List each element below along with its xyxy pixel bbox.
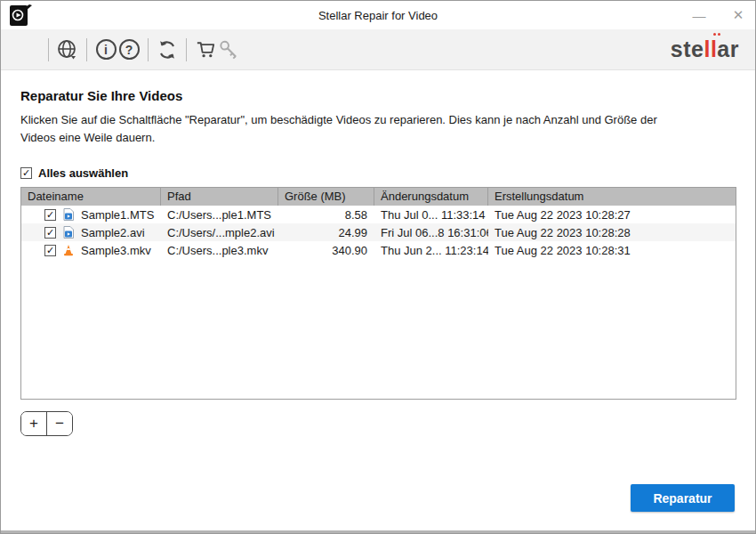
- page-description: Klicken Sie auf die Schaltfläche "Repara…: [20, 111, 680, 147]
- cart-icon[interactable]: [194, 38, 217, 61]
- row-checkbox[interactable]: [44, 227, 56, 239]
- file-name: Sample1.MTS: [81, 208, 154, 222]
- file-created-date: Tue Aug 22 2023 10:28:27: [488, 208, 736, 222]
- help-icon[interactable]: ?: [117, 38, 141, 61]
- video-file-icon: [62, 208, 75, 221]
- refresh-icon[interactable]: [156, 38, 179, 61]
- vlc-file-icon: [62, 244, 75, 256]
- table-empty-area: [21, 259, 736, 399]
- main-content: Reparatur Sie Ihre Videos Klicken Sie au…: [1, 70, 755, 436]
- file-size: 8.58: [278, 208, 374, 222]
- file-created-date: Tue Aug 22 2023 10:28:28: [488, 226, 736, 239]
- file-name: Sample3.mkv: [81, 244, 151, 257]
- toolbar-divider: [148, 38, 149, 61]
- info-icon[interactable]: i: [94, 38, 117, 61]
- table-header: Dateiname Pfad Größe (MB) Änderungsdatum…: [21, 188, 736, 206]
- page-title: Reparatur Sie Ihre Videos: [20, 88, 736, 103]
- table-row[interactable]: Sample2.avi C:/Users/...mple2.avi 24.99 …: [21, 223, 736, 241]
- column-header-created[interactable]: Erstellungsdatum: [488, 188, 736, 206]
- toolbar-divider: [48, 38, 49, 61]
- column-header-size[interactable]: Größe (MB): [278, 188, 374, 206]
- file-path: C:/Users/...mple2.avi: [161, 226, 278, 239]
- column-header-filename[interactable]: Dateiname: [21, 188, 161, 206]
- file-name: Sample2.avi: [81, 226, 145, 239]
- key-icon[interactable]: [217, 38, 240, 61]
- select-all-label: Alles auswählen: [38, 166, 128, 180]
- toolbar-divider: [186, 38, 187, 61]
- file-path: C:/Users...ple3.mkv: [161, 244, 278, 257]
- row-checkbox[interactable]: [44, 245, 56, 256]
- select-all-control[interactable]: Alles auswählen: [20, 166, 736, 180]
- menu-icon[interactable]: [19, 38, 41, 61]
- close-button[interactable]: ✕: [728, 5, 748, 25]
- window-bottom-edge: [1, 530, 755, 533]
- file-path: C:/Users...ple1.MTS: [161, 208, 278, 222]
- window-title: Stellar Repair for Video: [1, 9, 755, 22]
- repair-button[interactable]: Reparatur: [631, 484, 735, 512]
- add-file-button[interactable]: +: [21, 412, 47, 435]
- video-file-icon: [62, 226, 75, 239]
- file-size: 24.99: [278, 226, 374, 239]
- column-header-modified[interactable]: Änderungsdatum: [374, 188, 488, 206]
- file-size: 340.90: [278, 244, 374, 257]
- globe-icon[interactable]: [56, 38, 79, 61]
- remove-file-button[interactable]: −: [47, 412, 72, 435]
- file-modified-date: Fri Jul 06...8 16:31:06: [374, 226, 488, 239]
- column-header-path[interactable]: Pfad: [161, 188, 278, 206]
- file-modified-date: Thu Jun 2... 11:23:14: [374, 244, 488, 257]
- row-checkbox[interactable]: [44, 209, 56, 221]
- minimize-button[interactable]: —: [689, 5, 709, 25]
- file-modified-date: Thu Jul 0... 11:33:14: [374, 208, 488, 222]
- table-row[interactable]: Sample3.mkv C:/Users...ple3.mkv 340.90 T…: [21, 241, 736, 259]
- app-window: Stellar Repair for Video — ✕ i ?: [0, 0, 756, 534]
- file-created-date: Tue Aug 22 2023 10:28:31: [488, 244, 736, 257]
- select-all-checkbox[interactable]: [20, 167, 32, 179]
- file-table: Dateiname Pfad Größe (MB) Änderungsdatum…: [20, 187, 736, 400]
- table-row[interactable]: Sample1.MTS C:/Users...ple1.MTS 8.58 Thu…: [21, 206, 736, 223]
- stellar-brand-logo: stellar: [671, 36, 739, 62]
- app-logo-icon: [8, 4, 35, 28]
- title-bar: Stellar Repair for Video — ✕: [1, 1, 755, 29]
- main-toolbar: i ?: [1, 29, 755, 70]
- add-remove-file-control: + −: [20, 411, 73, 436]
- toolbar-divider: [86, 38, 87, 61]
